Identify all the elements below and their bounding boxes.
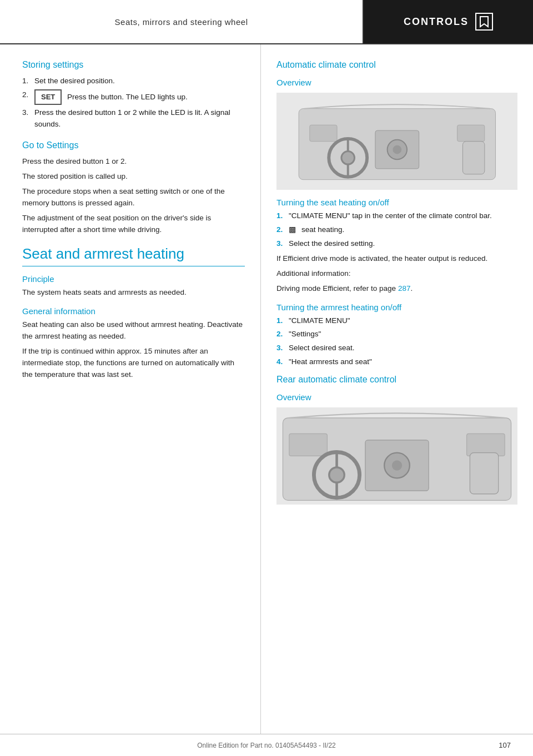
principle-text: The system heats seats and armrests as n…: [22, 287, 245, 299]
armrest-step-4: 4. "Heat armrests and seat": [276, 356, 517, 368]
svg-point-18: [329, 467, 344, 482]
turning-armrest-heating-section: Turning the armrest heating on/off 1. "C…: [276, 303, 517, 369]
svg-rect-21: [470, 453, 498, 494]
go-to-settings-heading: Go to Settings: [22, 140, 245, 150]
footer-text: Online Edition for Part no. 01405A54493 …: [197, 742, 336, 749]
seat-heat-note2: Additional information:: [276, 268, 517, 280]
storing-step-2: 2. SET Press the button. The LED lights …: [22, 89, 245, 105]
footer: Online Edition for Part no. 01405A54493 …: [0, 734, 533, 756]
step-num-2: 2.: [22, 89, 31, 105]
seat-heat-num-2: 2.: [276, 224, 285, 236]
turning-seat-heating-section: Turning the seat heating on/off 1. "CLIM…: [276, 198, 517, 295]
go-settings-para1: Press the desired button 1 or 2.: [22, 156, 245, 168]
bookmark-icon: [475, 13, 493, 31]
storing-step-1: 1. Set the desired position.: [22, 75, 245, 87]
seat-heat-text-2: seat heating.: [301, 224, 344, 236]
svg-point-7: [341, 151, 355, 164]
header: Seats, mirrors and steering wheel CONTRO…: [0, 0, 533, 44]
armrest-heating-steps: 1. "CLIMATE MENU" 2. "Settings" 3. Selec…: [276, 315, 517, 369]
seat-heat-step-1: 1. "CLIMATE MENU" tap in the center of t…: [276, 210, 517, 222]
principle-section: Principle The system heats seats and arm…: [22, 274, 245, 299]
armrest-num-2: 2.: [276, 329, 285, 340]
armrest-num-4: 4.: [276, 356, 285, 368]
armrest-step-2: 2. "Settings": [276, 329, 517, 340]
auto-climate-heading: Automatic climate control: [276, 60, 517, 70]
armrest-text-1: "CLIMATE MENU": [289, 315, 350, 327]
step-num-1: 1.: [22, 75, 31, 87]
controls-label: CONTROLS: [404, 16, 469, 28]
seat-heating-steps: 1. "CLIMATE MENU" tap in the center of t…: [276, 210, 517, 250]
seat-heat-num-3: 3.: [276, 238, 285, 250]
seat-heat-note3: Driving mode Efficient, refer to page 28…: [276, 283, 517, 295]
principle-heading: Principle: [22, 274, 245, 284]
page-number: 107: [499, 741, 511, 749]
armrest-text-3: Select desired seat.: [289, 342, 355, 354]
climate-image-2: [276, 407, 517, 505]
go-settings-para2: The stored position is called up.: [22, 171, 245, 183]
overview-heading-2: Overview: [276, 392, 517, 402]
header-left: Seats, mirrors and steering wheel: [0, 0, 364, 43]
header-title: Seats, mirrors and steering wheel: [115, 17, 248, 27]
svg-rect-4: [310, 125, 337, 142]
armrest-num-1: 1.: [276, 315, 285, 327]
svg-point-3: [393, 145, 401, 154]
armrest-step-3: 3. Select desired seat.: [276, 342, 517, 354]
turning-seat-heating-heading: Turning the seat heating on/off: [276, 198, 517, 207]
climate-image-1: [276, 93, 517, 190]
go-settings-para4: The adjustment of the seat position on t…: [22, 213, 245, 236]
storing-steps-list: 1. Set the desired position. 2. SET Pres…: [22, 75, 245, 130]
svg-rect-5: [457, 125, 484, 142]
seat-heat-text-1: "CLIMATE MENU" tap in the center of the …: [289, 210, 492, 222]
auto-climate-section: Automatic climate control Overview: [276, 60, 517, 190]
seat-heat-step-2: 2. ▩ seat heating.: [276, 224, 517, 236]
seat-heat-num-1: 1.: [276, 210, 285, 222]
step-text-3: Press the desired button 1 or 2 while th…: [34, 107, 245, 130]
seat-heat-step-3: 3. Select the desired setting.: [276, 238, 517, 250]
rear-climate-heading: Rear automatic climate control: [276, 375, 517, 385]
general-info-para2: If the trip is continued within approx. …: [22, 346, 245, 381]
left-column: Storing settings 1. Set the desired posi…: [0, 44, 261, 734]
general-info-para1: Seat heating can also be used without ar…: [22, 319, 245, 342]
turning-armrest-heating-heading: Turning the armrest heating on/off: [276, 303, 517, 312]
storing-settings-heading: Storing settings: [22, 60, 245, 70]
right-column: Automatic climate control Overview: [261, 44, 533, 734]
general-info-section: General information Seat heating can als…: [22, 306, 245, 381]
storing-step-3: 3. Press the desired button 1 or 2 while…: [22, 107, 245, 130]
general-info-heading: General information: [22, 306, 245, 316]
seat-heat-note3-text: Driving mode Efficient, refer to page: [276, 284, 396, 293]
svg-rect-10: [462, 142, 484, 174]
overview-heading-1: Overview: [276, 78, 517, 87]
go-to-settings-section: Go to Settings Press the desired button …: [22, 140, 245, 236]
armrest-text-2: "Settings": [289, 329, 321, 340]
step-num-3: 3.: [22, 107, 31, 130]
seat-heat-icon: ▩: [289, 224, 296, 236]
seat-heat-note1: If Efficient drive mode is activated, th…: [276, 253, 517, 265]
svg-rect-15: [289, 434, 328, 456]
armrest-num-3: 3.: [276, 342, 285, 354]
storing-settings-section: Storing settings 1. Set the desired posi…: [22, 60, 245, 130]
seat-heat-note3-end: .: [410, 284, 413, 293]
rear-climate-section: Rear automatic climate control Overview: [276, 375, 517, 505]
set-button-label: SET: [34, 89, 62, 105]
step-2-content: SET Press the button. The LED lights up.: [34, 89, 188, 105]
go-settings-para3: The procedure stops when a seat setting …: [22, 186, 245, 209]
seat-heat-text-3: Select the desired setting.: [289, 238, 375, 250]
armrest-text-4: "Heat armrests and seat": [289, 356, 372, 368]
svg-point-14: [392, 461, 402, 471]
step-text-1: Set the desired position.: [34, 75, 115, 87]
seat-heat-page-ref: 287: [398, 284, 411, 293]
seat-armrest-heading: Seat and armrest heating: [22, 245, 245, 266]
header-right: CONTROLS: [364, 0, 533, 43]
armrest-step-1: 1. "CLIMATE MENU": [276, 315, 517, 327]
main-content: Storing settings 1. Set the desired posi…: [0, 44, 533, 734]
step-text-2: Press the button. The LED lights up.: [67, 93, 188, 101]
seat-armrest-section: Seat and armrest heating Principle The s…: [22, 245, 245, 381]
